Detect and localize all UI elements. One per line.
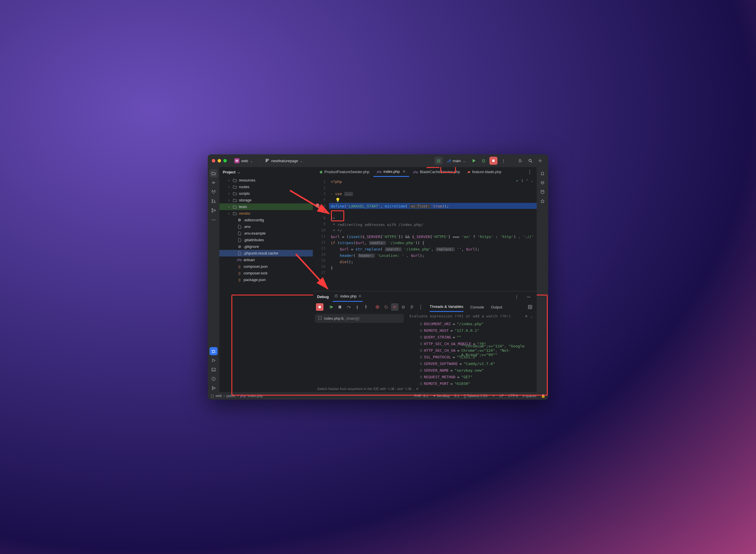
debug-more-icon[interactable]: ⋮ bbox=[512, 292, 521, 301]
variable-row[interactable]: ⁞⁞ HTTP_SEC_CH_UA = ""Chromium";v="124",… bbox=[420, 347, 537, 354]
tree-item-routes[interactable]: ›routes bbox=[219, 183, 313, 190]
code-line[interactable]: if (strpos($url, needle: '/index.php')) … bbox=[329, 240, 537, 246]
code-line[interactable]: /* bbox=[329, 216, 537, 222]
variable-row[interactable]: ⁞⁞ DOCUMENT_URI = "/index.php" bbox=[420, 321, 537, 327]
branch-selector[interactable]: newfeaturepage ⌄ bbox=[263, 157, 305, 165]
line-ending[interactable]: LF bbox=[499, 394, 503, 398]
debug-tab-console[interactable]: Console bbox=[470, 303, 484, 312]
code-line[interactable]: header( header: 'Location: ' . $url); bbox=[329, 253, 537, 259]
project-tree[interactable]: ›resources›routes›scripts›storage›tests›… bbox=[219, 177, 313, 392]
project-tool-icon[interactable] bbox=[210, 169, 218, 177]
crumb[interactable]: index.php bbox=[248, 394, 263, 398]
close-window[interactable] bbox=[212, 159, 215, 162]
tree-item-scripts[interactable]: ›scripts bbox=[219, 190, 313, 197]
variable-row[interactable]: ⁞⁞ REMOTE_HOST = "127.0.0.1" bbox=[420, 327, 537, 334]
code-line[interactable]: › use ... bbox=[329, 191, 537, 197]
project-selector[interactable]: W web ⌄ bbox=[232, 157, 255, 164]
step-into-button[interactable] bbox=[354, 303, 361, 311]
tree-item-composer-json[interactable]: {}composer.json bbox=[219, 263, 313, 270]
tree-item--gitattributes[interactable]: .gitattributes bbox=[219, 237, 313, 243]
php-version[interactable]: PHP: 8.1 bbox=[414, 394, 428, 398]
terminal-tool-icon[interactable] bbox=[210, 366, 218, 374]
code-line[interactable]: * */ bbox=[329, 228, 537, 234]
copilot-icon[interactable]: ✧ bbox=[492, 394, 495, 398]
tree-item-storage[interactable]: ›storage bbox=[219, 197, 313, 204]
minimize-panel-icon[interactable]: — bbox=[525, 292, 533, 301]
layout-icon[interactable] bbox=[526, 303, 534, 311]
ai-assistant-icon[interactable] bbox=[538, 179, 546, 187]
search-icon[interactable] bbox=[526, 157, 534, 165]
stop-button[interactable] bbox=[489, 157, 497, 165]
commit-tool-icon[interactable] bbox=[210, 179, 218, 187]
gutter[interactable]: 123567891011121314151617✔ bbox=[313, 177, 329, 291]
crumb[interactable]: public bbox=[226, 394, 235, 398]
step-out-button[interactable] bbox=[362, 303, 370, 311]
code-line[interactable]: $url = str_replace( search: '/index.php'… bbox=[329, 246, 537, 253]
view-breakpoints-button[interactable] bbox=[374, 303, 381, 311]
code-line[interactable] bbox=[329, 271, 537, 277]
tree-item-vendor[interactable]: ›vendor bbox=[219, 210, 313, 217]
tree-item-artisan[interactable]: phpartisan bbox=[219, 257, 313, 263]
pull-requests-icon[interactable] bbox=[210, 197, 218, 205]
code-line[interactable]: 💡 bbox=[329, 197, 537, 203]
variable-row[interactable]: ⁞⁞ REQUEST_METHOD = "GET" bbox=[420, 374, 537, 380]
variable-row[interactable]: ⁞⁞ REMOTE_PORT = "61030" bbox=[420, 380, 537, 387]
debug-button[interactable] bbox=[480, 157, 488, 165]
servbay-status[interactable]: ✦ ServBay bbox=[433, 394, 450, 398]
code-line[interactable]: } bbox=[329, 265, 537, 271]
tabs-more-icon[interactable]: ⋮ bbox=[526, 168, 534, 176]
tree-item--gitignore[interactable]: ⊘.gitignore bbox=[219, 243, 313, 250]
services-tool-icon[interactable] bbox=[210, 356, 218, 365]
stack-frame[interactable]: index.php:6, {main}() bbox=[315, 314, 404, 323]
settings-icon[interactable] bbox=[536, 157, 544, 165]
ai-chat-icon[interactable] bbox=[538, 197, 546, 205]
encoding[interactable]: UTF-8 bbox=[508, 394, 518, 398]
notifications-icon[interactable] bbox=[538, 169, 546, 177]
close-tab-icon[interactable]: ✕ bbox=[402, 169, 406, 174]
tree-item--env-example[interactable]: .env.example bbox=[219, 230, 313, 237]
tree-item-composer-lock[interactable]: {}composer.lock bbox=[219, 270, 313, 276]
zoom-window[interactable] bbox=[223, 159, 227, 162]
variable-row[interactable]: ⁞⁞ SERVER_NAME = "servbay.new" bbox=[420, 367, 537, 374]
close-icon[interactable]: ✕ bbox=[358, 294, 362, 298]
expand-icon[interactable]: ⌄ bbox=[530, 314, 533, 318]
start-debug-listen-button[interactable] bbox=[435, 157, 443, 165]
variable-row[interactable]: ⁞⁞ QUERY_STRING = "" bbox=[420, 334, 537, 340]
tree-item-package-json[interactable]: {}package.json bbox=[219, 276, 313, 283]
chevron-down-icon[interactable]: ⌄ bbox=[531, 179, 533, 183]
breadcrumb[interactable]: ▢ web› public› php index.php bbox=[211, 394, 263, 398]
tree-item-resources[interactable]: ›resources bbox=[219, 177, 313, 183]
debug-tool-icon[interactable] bbox=[210, 347, 218, 355]
code-line[interactable]: <?php bbox=[329, 179, 537, 185]
more-actions-icon[interactable]: ⋮ bbox=[499, 157, 507, 165]
tree-item-tests[interactable]: ›tests bbox=[219, 204, 313, 210]
tab-feature-blade-php[interactable]: ▰feature.blade.php bbox=[464, 167, 505, 177]
variable-row[interactable]: ⁞⁞ SERVER_SOFTWARE = "Caddy/v2.7.6" bbox=[420, 361, 537, 367]
problems-tool-icon[interactable] bbox=[210, 375, 218, 383]
resume-button[interactable] bbox=[327, 303, 335, 311]
step-over-button[interactable] bbox=[345, 303, 352, 311]
run-config-selector[interactable]: ⎇ main ⌄ bbox=[444, 158, 468, 164]
tab-index-php[interactable]: phpindex.php✕ bbox=[373, 167, 409, 177]
tailwind-status[interactable]: {} Tailwind CSS bbox=[464, 394, 487, 398]
database-icon[interactable] bbox=[538, 188, 546, 196]
gitlab-icon[interactable] bbox=[210, 188, 218, 196]
code-line[interactable]: die(); bbox=[329, 259, 537, 265]
inspection-widget[interactable]: ✔1 ⌃ ⌄ bbox=[516, 179, 533, 183]
tab-BladeCacheService-php[interactable]: phpBladeCacheService.php bbox=[410, 167, 464, 177]
add-watch-icon[interactable]: ⊕ bbox=[525, 314, 528, 318]
lock-icon[interactable]: 🔒 bbox=[541, 394, 545, 398]
more-tools-icon[interactable]: ⋯ bbox=[210, 216, 218, 224]
code-line[interactable]: define('LARAVEL_START', microtime( as_fl… bbox=[329, 203, 537, 210]
code-line[interactable] bbox=[329, 210, 537, 216]
minimize-window[interactable] bbox=[218, 159, 221, 162]
debug-more2-icon[interactable]: ⋮ bbox=[417, 303, 425, 311]
chevron-up-icon[interactable]: ⌃ bbox=[526, 179, 528, 183]
run-button[interactable] bbox=[470, 157, 478, 165]
evaluate-input[interactable]: Evaluate expression (⌥⌘) or add a watch … bbox=[406, 312, 537, 320]
caret-position[interactable]: 6:1 bbox=[454, 394, 459, 398]
indent-setting[interactable]: 4 spaces bbox=[523, 394, 536, 398]
stop-debug-button[interactable] bbox=[316, 303, 323, 311]
code-with-me-icon[interactable] bbox=[517, 157, 525, 165]
debug-session-tab[interactable]: index.php ✕ bbox=[333, 291, 363, 302]
